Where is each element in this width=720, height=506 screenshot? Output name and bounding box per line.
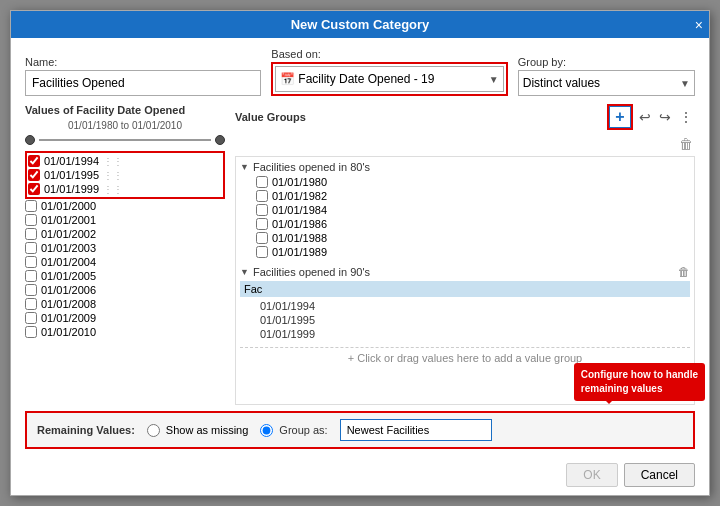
redo-button[interactable]: ↪ [657,107,673,127]
value-checkbox-2000[interactable] [25,200,37,212]
dialog-footer: OK Cancel [11,459,709,495]
gi-checkbox-1988[interactable] [256,232,268,244]
list-item: 01/01/1988 [256,231,690,245]
name-label: Name: [25,56,261,68]
drag-handle-1999[interactable]: ⋮⋮ [103,184,123,195]
add-value-group-button[interactable]: + [609,106,631,128]
show-as-missing-label: Show as missing [166,424,249,436]
checked-values-box: 01/01/1994 ⋮⋮ 01/01/1995 ⋮⋮ 01/01/1999 ⋮… [25,151,225,199]
gi-checkbox-1980[interactable] [256,176,268,188]
group-as-radio-group: Group as: [260,424,327,437]
value-label-2000: 01/01/2000 [41,200,96,212]
group-name-80s: Facilities opened in 80's [253,161,370,173]
based-on-label: Based on: [271,48,507,60]
left-panel-title: Values of Facility Date Opened [25,104,225,116]
values-list: 01/01/1994 ⋮⋮ 01/01/1995 ⋮⋮ 01/01/1999 ⋮… [25,151,225,405]
delete-button[interactable]: 🗑 [677,134,695,154]
value-label-2002: 01/01/2002 [41,228,96,240]
name-group: Name: [25,56,261,96]
value-label-1994: 01/01/1994 [44,155,99,167]
close-button[interactable]: × [695,18,703,32]
group-by-inner[interactable]: Distinct values ▼ [518,70,695,96]
group-header-90s[interactable]: ▼ Facilities opened in 90's 🗑 [240,265,690,279]
vg-title: Value Groups [235,111,306,123]
value-checkbox-2005[interactable] [25,270,37,282]
value-checkbox-2003[interactable] [25,242,37,254]
list-item: 01/01/2004 [25,255,225,269]
list-item: 01/01/2008 [25,297,225,311]
list-item: 01/01/1982 [256,189,690,203]
value-checkbox-2008[interactable] [25,298,37,310]
list-item: 01/01/2009 [25,311,225,325]
value-checkbox-2006[interactable] [25,284,37,296]
list-item: 01/01/2000 [25,199,225,213]
based-on-text: Facility Date Opened - 19 [298,72,484,86]
callout-remaining: Configure how to handleremaining values [574,363,705,401]
list-item: 01/01/1980 [256,175,690,189]
group-name-input-90s[interactable] [244,283,686,295]
chevron-80s-icon: ▼ [240,162,249,172]
vg-toolbar: Add a newValue Group + ↩ ↪ ⋮ [607,104,695,130]
gi-label-1986: 01/01/1986 [272,218,327,230]
based-on-inner[interactable]: 📅 Facility Date Opened - 19 ▼ [275,66,503,92]
list-item: 01/01/1995 [256,313,690,327]
value-checkbox-1995[interactable] [28,169,40,181]
list-item: 01/01/1986 [256,217,690,231]
group-name-90s: Facilities opened in 90's [253,266,370,278]
list-item: 01/01/2002 [25,227,225,241]
gi-checkbox-1984[interactable] [256,204,268,216]
slider-right-dot[interactable] [215,135,225,145]
slider-left-dot[interactable] [25,135,35,145]
list-item: 01/01/2006 [25,283,225,297]
slider-line [39,139,211,141]
group-delete-90s-button[interactable]: 🗑 [678,265,690,279]
gi-label-1984: 01/01/1984 [272,204,327,216]
remaining-bar: Remaining Values: Show as missing Group … [25,411,695,449]
show-as-missing-radio-group: Show as missing [147,424,249,437]
add-btn-box: + [607,104,633,130]
group-by-label: Group by: [518,56,695,68]
group-input-row-90s [240,281,690,297]
value-checkbox-2002[interactable] [25,228,37,240]
value-checkbox-2009[interactable] [25,312,37,324]
group-as-radio[interactable] [260,424,273,437]
group-by-text: Distinct values [523,76,676,90]
gi-checkbox-1986[interactable] [256,218,268,230]
group-by-arrow-icon: ▼ [680,78,690,89]
based-on-group: Based on: 📅 Facility Date Opened - 19 ▼ [271,48,507,96]
ok-button[interactable]: OK [566,463,617,487]
more-options-button[interactable]: ⋮ [677,107,695,127]
value-label-2005: 01/01/2005 [41,270,96,282]
value-checkbox-1994[interactable] [28,155,40,167]
value-label-2008: 01/01/2008 [41,298,96,310]
remaining-container: Configure how to handleremaining values … [25,411,695,449]
drag-handle-1995[interactable]: ⋮⋮ [103,170,123,181]
value-label-1995: 01/01/1995 [44,169,99,181]
list-item: 01/01/1984 [256,203,690,217]
cancel-button[interactable]: Cancel [624,463,695,487]
remaining-label: Remaining Values: [37,424,135,436]
gi-checkbox-1989[interactable] [256,246,268,258]
group-as-input[interactable] [340,419,492,441]
value-label-2010: 01/01/2010 [41,326,96,338]
form-row: Name: Based on: 📅 Facility Date Opened -… [25,48,695,96]
name-input[interactable] [25,70,261,96]
value-label-2001: 01/01/2001 [41,214,96,226]
value-checkbox-2001[interactable] [25,214,37,226]
gi-checkbox-1982[interactable] [256,190,268,202]
drag-handle-1994[interactable]: ⋮⋮ [103,156,123,167]
value-checkbox-2010[interactable] [25,326,37,338]
value-checkbox-2004[interactable] [25,256,37,268]
based-on-box: 📅 Facility Date Opened - 19 ▼ [271,62,507,96]
value-label-1999: 01/01/1999 [44,183,99,195]
left-panel: Values of Facility Date Opened 01/01/198… [25,104,225,405]
value-label-2003: 01/01/2003 [41,242,96,254]
dialog-body: Name: Based on: 📅 Facility Date Opened -… [11,38,709,459]
list-item: 01/01/1999 [256,327,690,341]
group-header-80s[interactable]: ▼ Facilities opened in 80's [240,161,690,173]
value-checkbox-1999[interactable] [28,183,40,195]
show-as-missing-radio[interactable] [147,424,160,437]
undo-button[interactable]: ↩ [637,107,653,127]
list-item: 01/01/2005 [25,269,225,283]
value-label-2004: 01/01/2004 [41,256,96,268]
